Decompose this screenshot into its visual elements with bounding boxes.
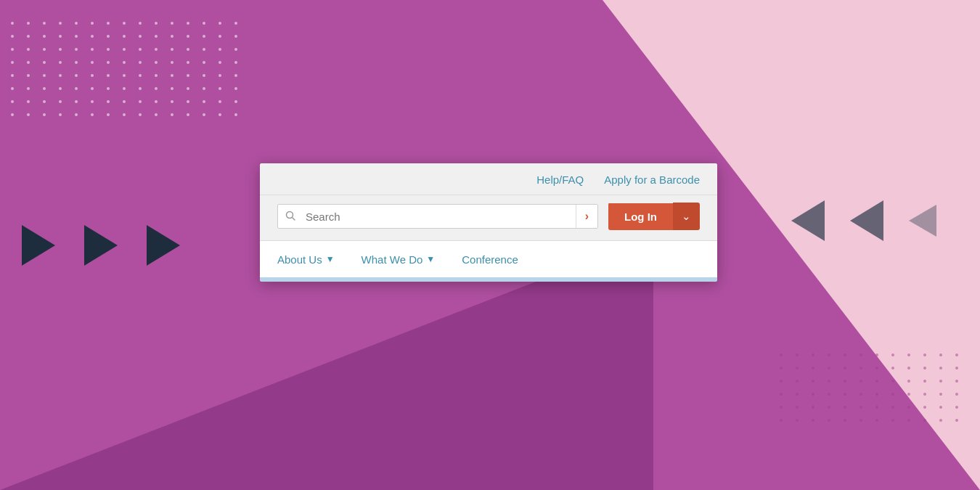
login-button[interactable]: Log In xyxy=(608,203,673,230)
nav-what-we-do-label: What We Do xyxy=(362,253,423,266)
utility-bar: Help/FAQ Apply for a Barcode xyxy=(260,163,717,195)
nav-bar: About Us ▼ What We Do ▼ Conference xyxy=(260,241,717,277)
play-icon-3 xyxy=(147,225,180,266)
nav-what-we-do-chevron: ▼ xyxy=(426,254,435,264)
login-button-group: Log In ⌄ xyxy=(608,203,700,230)
play-icon-1 xyxy=(22,225,55,266)
login-dropdown-button[interactable]: ⌄ xyxy=(673,203,700,230)
apply-barcode-link[interactable]: Apply for a Barcode xyxy=(604,173,700,186)
decorative-triangles-right xyxy=(791,200,936,241)
search-input[interactable] xyxy=(303,205,576,228)
header-card: Help/FAQ Apply for a Barcode › Log In ⌄ … xyxy=(260,163,717,282)
nav-about-chevron: ▼ xyxy=(326,254,335,264)
search-login-bar: › Log In ⌄ xyxy=(260,195,717,241)
rewind-icon-1 xyxy=(791,200,825,241)
rewind-icon-2 xyxy=(850,200,883,241)
nav-item-what-we-do[interactable]: What We Do ▼ xyxy=(348,241,449,277)
dots-pattern-top-left xyxy=(11,22,237,126)
search-icon xyxy=(278,206,303,227)
play-icon-2 xyxy=(84,225,118,266)
chevron-down-icon: ⌄ xyxy=(682,210,691,222)
nav-about-label: About Us xyxy=(277,253,322,266)
nav-item-about[interactable]: About Us ▼ xyxy=(277,241,348,277)
search-box: › xyxy=(277,204,598,229)
nav-conference-label: Conference xyxy=(462,253,518,266)
nav-item-conference[interactable]: Conference xyxy=(449,241,532,277)
nav-highlight-bar xyxy=(260,277,717,282)
dots-pattern-bottom-right xyxy=(780,354,958,432)
decorative-triangles-left xyxy=(22,225,180,266)
svg-line-1 xyxy=(293,217,295,220)
search-submit-button[interactable]: › xyxy=(576,205,597,228)
rewind-icon-3 xyxy=(909,205,936,237)
help-faq-link[interactable]: Help/FAQ xyxy=(536,173,584,186)
